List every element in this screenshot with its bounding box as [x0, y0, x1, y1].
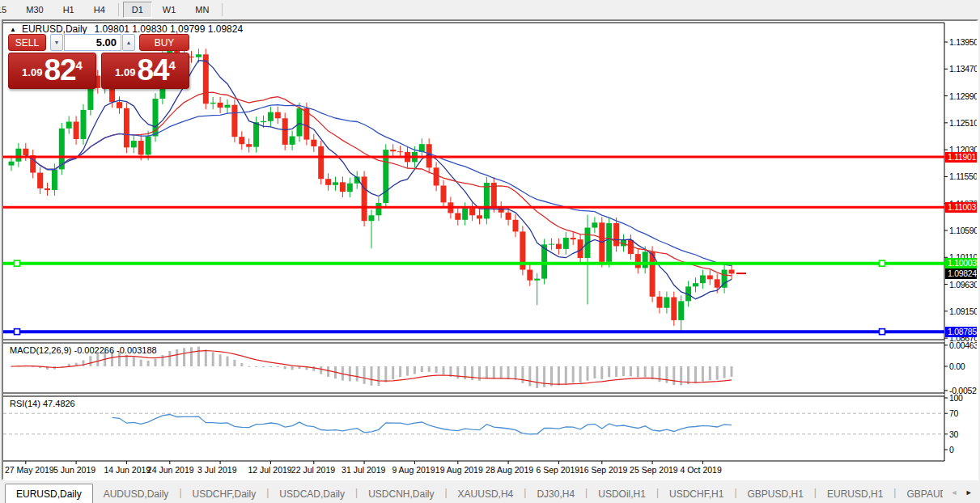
rsi-indicator-label: RSI(14) 47.4826: [10, 399, 75, 408]
rsi-scale-label: 70: [949, 408, 977, 418]
chart-title-row: ▲ EURUSD,Daily 1.09801 1.09830 1.09799 1…: [10, 23, 243, 35]
volume-input[interactable]: [64, 34, 121, 51]
price-axis-label: 1.10590: [949, 226, 977, 235]
chart-tab-usdoil-h1[interactable]: USDOil,H1: [588, 485, 656, 503]
buy-button[interactable]: BUY: [139, 34, 189, 51]
date-axis-label: 24 Jun 2019: [147, 465, 194, 475]
chart-tab-audusd-daily[interactable]: AUDUSD,Daily: [93, 485, 180, 503]
hline-price-label: 1.08785: [945, 327, 977, 337]
hline-handle[interactable]: [15, 329, 20, 335]
date-axis-label: 12 Jul 2019: [248, 465, 291, 475]
date-axis-label: 19 Aug 2019: [435, 465, 483, 475]
hline-price-label: 1.11003: [945, 202, 977, 213]
date-axis-label: 9 Aug 2019: [392, 465, 435, 475]
rsi-scale-label: 0: [949, 445, 977, 454]
chart-tab-eurusd-h1[interactable]: EURUSD,H1: [817, 485, 893, 503]
hline-handle[interactable]: [15, 260, 20, 266]
tab-scroll-right-icon[interactable]: ►: [965, 488, 973, 497]
macd-scale-label: 0.00: [949, 361, 977, 371]
timeframe-button-h4[interactable]: H4: [85, 2, 114, 18]
buy-price-pip: 4: [169, 59, 176, 71]
timeframe-button-d1[interactable]: D1: [123, 2, 152, 18]
chart-tab-dj30-h4[interactable]: DJ30,H4: [526, 485, 585, 503]
date-axis-label: 27 May 2019: [5, 465, 54, 475]
date-axis-label: 16 Sep 2019: [579, 465, 628, 475]
sell-price-button[interactable]: 1.09 82 4: [8, 53, 96, 89]
price-axis-label: 1.13950: [949, 37, 977, 47]
date-axis-label: 4 Oct 2019: [680, 465, 721, 475]
hline-handle[interactable]: [880, 260, 885, 266]
volume-decrease-button[interactable]: ▼: [50, 34, 63, 51]
sell-price-pip: 4: [76, 59, 83, 71]
date-axis-label: 6 Sep 2019: [536, 465, 579, 475]
price-axis-label: 1.09630: [949, 280, 977, 290]
buy-price-button[interactable]: 1.09 84 4: [101, 53, 189, 89]
current-price-label: 1.09824: [945, 268, 977, 279]
rsi-scale-label: 100: [949, 393, 977, 403]
timeframe-toolbar: 15M30H1H4D1W1MN: [0, 0, 226, 19]
chart-tab-xauusd-h4[interactable]: XAUUSD,H4: [448, 485, 524, 503]
sell-price-prefix: 1.09: [22, 61, 42, 85]
chart-ohlc-values: 1.09801 1.09830 1.09799 1.09824: [95, 23, 244, 35]
chart-tab-usdchf-daily[interactable]: USDCHF,Daily: [182, 485, 267, 503]
chart-title: EURUSD,Daily: [22, 23, 87, 35]
chart-window: ▲ EURUSD,Daily 1.09801 1.09830 1.09799 1…: [2, 19, 978, 480]
price-axis-label: 1.12510: [949, 118, 977, 128]
date-axis-label: 28 Aug 2019: [486, 465, 533, 475]
timeframe-button-h1[interactable]: H1: [54, 2, 83, 18]
macd-indicator-label: MACD(12,26,9) -0.002266 -0.003188: [10, 345, 157, 355]
tab-scroll-left-icon[interactable]: ◄: [950, 488, 957, 497]
chart-tab-eurusd-daily[interactable]: EURUSD,Daily: [5, 484, 93, 503]
price-axis-label: 1.13470: [949, 64, 977, 74]
sell-price-main: 82: [44, 55, 75, 85]
trading-terminal: 15M30H1H4D1W1MN ▲ EURUSD,Daily 1.09801 1…: [0, 0, 980, 503]
price-axis-label: 1.11550: [949, 171, 977, 181]
one-click-trade-panel: SELL ▼ ▲ BUY 1.09 82 4 1.09 84 4: [8, 34, 189, 89]
price-axis-label: 1.09150: [949, 306, 977, 316]
price-axis-label: 1.12990: [949, 91, 977, 101]
timeframe-button-w1[interactable]: W1: [154, 2, 185, 18]
rsi-scale-label: 30: [949, 429, 977, 439]
chart-tab-bar: EURUSD,DailyAUDUSD,Daily|USDCHF,Daily|US…: [0, 482, 980, 503]
chart-tab-usdcad-daily[interactable]: USDCAD,Daily: [269, 485, 355, 503]
timeframe-button-m30[interactable]: M30: [17, 2, 52, 18]
date-axis-label: 25 Sep 2019: [630, 465, 678, 475]
date-axis-label: 5 Jun 2019: [53, 465, 95, 475]
volume-increase-button[interactable]: ▲: [122, 34, 135, 51]
date-axis-label: 31 Jul 2019: [342, 465, 385, 475]
toolbar-separator: [118, 3, 119, 16]
date-axis-label: 14 Jun 2019: [104, 465, 151, 475]
chart-tab-usdchf-h1[interactable]: USDCHF,H1: [659, 485, 734, 503]
date-axis-label: 22 Jul 2019: [291, 465, 335, 475]
chart-collapse-icon[interactable]: ▲: [10, 26, 16, 33]
chart-window-content: ▲ EURUSD,Daily 1.09801 1.09830 1.09799 1…: [3, 21, 977, 479]
buy-price-prefix: 1.09: [115, 61, 135, 85]
date-axis-label: 3 Jul 2019: [197, 465, 236, 475]
candlestick-chart[interactable]: [3, 21, 977, 479]
chart-tab-gbpusd-h1[interactable]: GBPUSD,H1: [737, 485, 814, 503]
chart-tab-usdcnh-daily[interactable]: USDCNH,Daily: [358, 485, 444, 503]
hline-price-label: 1.10003: [945, 258, 977, 268]
toolbar-separator: [222, 3, 223, 16]
timeframe-button-mn[interactable]: MN: [186, 2, 218, 18]
sell-button[interactable]: SELL: [8, 34, 46, 51]
hline-price-label: 1.11901: [945, 152, 977, 163]
macd-scale-label: 0.00463: [949, 340, 977, 350]
buy-price-main: 84: [137, 55, 168, 85]
trade-panel-top-row: SELL ▼ ▲ BUY: [8, 34, 189, 51]
timeframe-button-15[interactable]: 15: [0, 2, 15, 18]
hline-handle[interactable]: [880, 329, 885, 335]
tab-scroll-arrows: ◄ ►: [943, 482, 980, 503]
